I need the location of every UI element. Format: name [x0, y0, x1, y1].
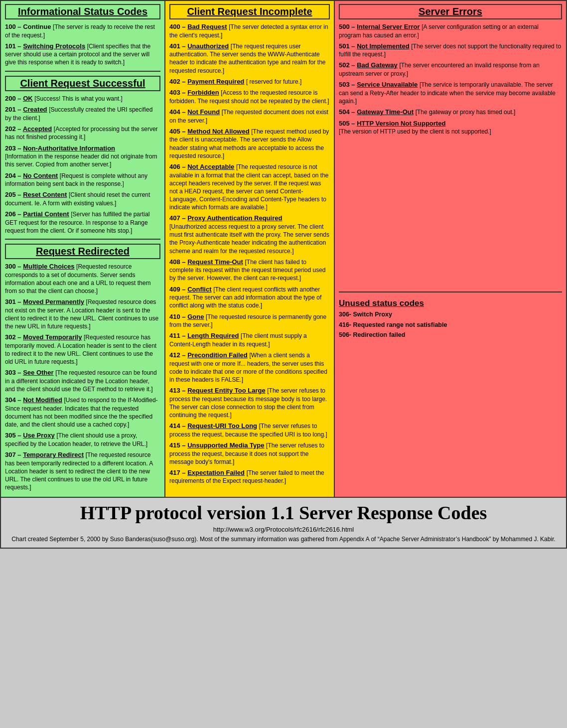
code-300: 300 – Multiple Choices [Requested resour… [5, 262, 160, 295]
code-409: 409 – Conflict [The client request confl… [169, 285, 330, 310]
middle-column: Client Request Incomplete 400 – Bad Requ… [165, 1, 335, 497]
code-401: 401 – Unauthorized [The request requires… [169, 42, 330, 75]
code-402: 402 – Payment Required [ reserved for fu… [169, 77, 330, 86]
divider-2 [5, 239, 160, 240]
code-302: 302 – Moved Temporarily [Requested resou… [5, 333, 160, 366]
code-202: 202 – Accepted [Accepted for processing … [5, 125, 160, 142]
code-305: 305 – Use Proxy [The client should use a… [5, 431, 160, 448]
footer: HTTP protocol version 1.1 Server Respons… [0, 498, 567, 549]
code-411: 411 – Length Required [The client must s… [169, 331, 330, 348]
code-205: 205 – Reset Content [Client should reset… [5, 190, 160, 207]
code-407: 407 – Proxy Authentication Required[Unau… [169, 214, 330, 255]
code-201: 201 – Created [Successfully created the … [5, 105, 160, 122]
code-501: 501 – Not Implemented [The server does n… [339, 42, 562, 59]
code-410: 410 – Gone [The requested resource is pe… [169, 312, 330, 329]
code-414: 414 – Request-URI Too Long [The server r… [169, 422, 330, 438]
code-400: 400 – Bad Request [The server detected a… [169, 22, 330, 39]
code-417: 417 – Expectation Failed [The server fai… [169, 468, 330, 485]
code-404: 404 – Not Found [The requested document … [169, 108, 330, 125]
right-column: Server Errors 500 – Internal Server Erro… [335, 1, 566, 497]
section-title-redirected: Request Redirected [5, 244, 160, 259]
section-title-successful: Client Request Successful [5, 76, 160, 91]
section-title-server-errors: Server Errors [339, 4, 562, 19]
unused-title: Unused status codes [339, 298, 562, 308]
code-415: 415 – Unsupported Media Type [The server… [169, 441, 330, 466]
code-200: 200 – OK [Success! This is what you want… [5, 94, 160, 103]
divider-unused [339, 291, 562, 292]
unused-416: 416- Requested range not satisfiable [339, 321, 562, 330]
code-408: 408 – Request Time-Out [The client has f… [169, 258, 330, 283]
code-100: 100 – Continue [The server is ready to r… [5, 22, 160, 39]
columns-wrapper: Informational Status Codes 100 – Continu… [0, 0, 567, 498]
code-304: 304 – Not Modified [Used to respond to t… [5, 396, 160, 429]
code-405: 405 – Method Not Allowed [The request me… [169, 127, 330, 160]
code-303: 303 – See Other [The requested resource … [5, 368, 160, 393]
left-column: Informational Status Codes 100 – Continu… [1, 1, 165, 497]
code-301: 301 – Moved Permanently [Requested resou… [5, 297, 160, 330]
code-505: 505 – HTTP Version Not Supported[The ver… [339, 119, 562, 136]
code-412: 412 – Precondition Failed [When a client… [169, 351, 330, 384]
code-number: 101 – Switching Protocols [5, 42, 87, 50]
code-413: 413 – Request Entity Too Large [The serv… [169, 386, 330, 419]
unused-section: Unused status codes 306- Switch Proxy 41… [339, 296, 562, 340]
spacer [339, 138, 562, 288]
code-504: 504 – Gateway Time-Out [The gateway or p… [339, 108, 562, 117]
unused-306: 306- Switch Proxy [339, 310, 562, 319]
code-406: 406 – Not Acceptable [The requested reso… [169, 162, 330, 211]
code-203: 203 – Non-Authoritative Information[Info… [5, 144, 160, 169]
section-title-informational: Informational Status Codes [5, 4, 160, 19]
code-307: 307 – Temporary Redirect [The requested … [5, 450, 160, 491]
main-container: Informational Status Codes 100 – Continu… [0, 0, 567, 549]
divider-1 [5, 71, 160, 72]
code-206: 206 – Partial Content [Server has fulfil… [5, 210, 160, 235]
footer-title: HTTP protocol version 1.1 Server Respons… [11, 503, 556, 524]
footer-url: http://www.w3.org/Protocols/rfc2616/rfc2… [11, 526, 556, 533]
code-502: 502 – Bad Gateway [The server encountere… [339, 61, 562, 78]
code-number: 100 – Continue [5, 23, 53, 30]
code-503: 503 – Service Unavailable [The service i… [339, 80, 562, 105]
code-204: 204 – No Content [Request is complete wi… [5, 171, 160, 188]
code-500: 500 – Internal Server Error [A server co… [339, 22, 562, 39]
unused-506: 506- Redirection failed [339, 331, 562, 340]
section-title-client-incomplete: Client Request Incomplete [169, 4, 330, 19]
code-403: 403 – Forbidden [Access to the requested… [169, 88, 330, 105]
code-101: 101 – Switching Protocols [Client specif… [5, 42, 160, 67]
footer-credit: Chart created September 5, 2000 by Suso … [11, 535, 556, 544]
